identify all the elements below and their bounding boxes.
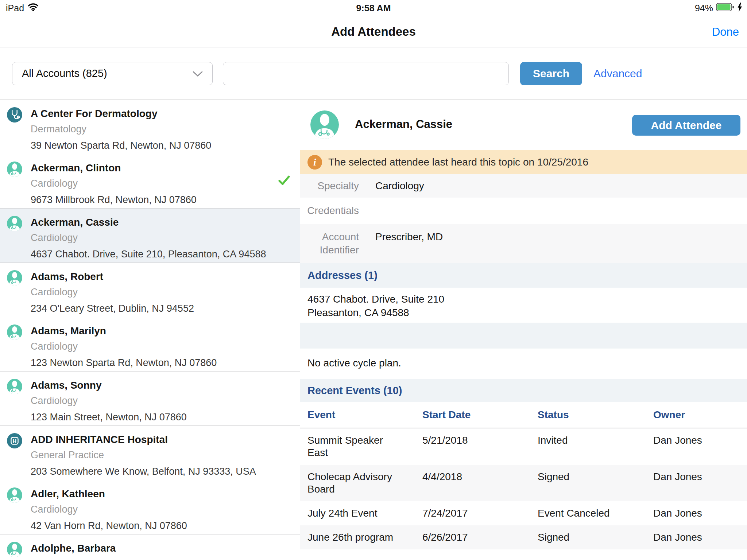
done-button[interactable]: Done: [712, 26, 739, 39]
account-identifier-label: Account Identifier: [300, 230, 359, 257]
col-status: Status: [538, 409, 653, 421]
account-specialty: Cardiology: [31, 341, 267, 352]
account-row-ackerman-cassie[interactable]: Ackerman, Cassie Cardiology 4637 Chabot.…: [0, 209, 300, 263]
banner-text: The selected attendee last heard this to…: [328, 156, 588, 168]
account-row-adler-kathleen[interactable]: Adler, Kathleen Cardiology 42 Van Horn R…: [0, 480, 300, 534]
account-list[interactable]: A Center For Dermatology Dermatology 39 …: [0, 100, 300, 560]
addresses-section-header: Addresses (1): [300, 263, 747, 288]
search-button[interactable]: Search: [520, 62, 582, 85]
advanced-link[interactable]: Advanced: [593, 67, 642, 80]
account-row-adolphe-barbara[interactable]: Adolphe, Barbara: [0, 534, 300, 560]
address-line-1: 4637 Chabot. Drive, Suite 210: [307, 292, 747, 306]
account-specialty: General Practice: [31, 449, 267, 461]
account-name: Ackerman, Clinton: [31, 162, 267, 174]
account-specialty: Dermatology: [31, 123, 267, 135]
event-row-summit-speaker-east[interactable]: Summit Speaker East 5/21/2018 Invited Da…: [300, 428, 747, 465]
recent-events-section-header: Recent Events (10): [300, 379, 747, 402]
status-bar: iPad 9:58 AM 94%: [0, 0, 747, 16]
doctor-avatar-icon: [310, 110, 339, 139]
clock: 9:58 AM: [0, 3, 747, 13]
account-specialty: Cardiology: [31, 503, 267, 515]
field-row-credentials: Credentials: [300, 198, 747, 224]
event-start-date: 5/21/2018: [422, 434, 538, 459]
account-identifier-value: Prescriber, MD: [375, 230, 443, 244]
field-row-account-identifier: Account Identifier Prescriber, MD: [300, 224, 747, 263]
event-name: June 26th program: [307, 531, 397, 544]
address-block: 4637 Chabot. Drive, Suite 210 Pleasanton…: [300, 288, 747, 323]
doctor-avatar-icon: [7, 324, 22, 340]
event-name: July 24th Event: [307, 507, 397, 520]
event-owner: Dan Jones: [653, 531, 747, 544]
event-status: Invited: [538, 434, 653, 459]
col-owner: Owner: [653, 409, 747, 421]
doctor-avatar-icon: [7, 542, 22, 557]
info-icon: i: [307, 155, 322, 170]
event-owner: Dan Jones: [653, 471, 747, 495]
event-name: Cholecap Advisory Board: [307, 471, 397, 495]
account-filter-label: All Accounts (825): [22, 67, 107, 79]
account-row-a-center-for-dermatology[interactable]: A Center For Dermatology Dermatology 39 …: [0, 100, 300, 154]
topic-info-banner: i The selected attendee last heard this …: [300, 150, 747, 174]
account-row-ackerman-clinton[interactable]: Ackerman, Clinton Cardiology 9673 Millbr…: [0, 154, 300, 209]
account-address: 203 Somewhere We Know, Belfont, NJ 93333…: [31, 466, 267, 477]
specialty-label: Specialty: [300, 179, 359, 192]
credentials-label: Credentials: [300, 204, 359, 217]
account-address: 123 Main Street, Newton, NJ 07860: [31, 411, 267, 423]
account-name: A Center For Dermatology: [31, 108, 267, 120]
event-status: Signed: [538, 471, 653, 495]
svg-text:H: H: [13, 438, 16, 444]
nav-bar: Add Attendees Done: [0, 16, 747, 47]
cycle-plan-text: No active cycle plan.: [300, 349, 747, 379]
event-status: Signed: [538, 531, 653, 544]
account-address: 42 Van Horn Rd, Newton, NJ 07860: [31, 520, 267, 532]
account-row-adams-robert[interactable]: Adams, Robert Cardiology 234 O'Leary Str…: [0, 263, 300, 317]
doctor-avatar-icon: [7, 379, 22, 394]
event-row-cholecap-advisory-board[interactable]: Cholecap Advisory Board 4/4/2018 Signed …: [300, 465, 747, 501]
doctor-avatar-icon: [7, 487, 22, 503]
account-name: Adams, Robert: [31, 271, 267, 283]
search-input[interactable]: [223, 62, 509, 85]
account-address: 234 O'Leary Street, Dublin, NJ 94552: [31, 303, 267, 314]
battery-percent: 94%: [695, 3, 713, 13]
col-event: Event: [307, 409, 422, 421]
hospital-icon: H: [7, 433, 22, 448]
col-start-date: Start Date: [422, 409, 538, 421]
account-specialty: Cardiology: [31, 395, 267, 407]
account-name: Ackerman, Cassie: [31, 216, 267, 229]
field-row-specialty: Specialty Cardiology: [300, 174, 747, 198]
account-name: Adams, Sonny: [31, 379, 267, 392]
charging-bolt-icon: [737, 3, 743, 14]
account-name: Adler, Kathleen: [31, 488, 267, 500]
account-row-adams-sonny[interactable]: Adams, Sonny Cardiology 123 Main Street,…: [0, 372, 300, 426]
account-specialty: Cardiology: [31, 286, 267, 298]
account-row-add-inheritance-hospital[interactable]: H ADD INHERITANCE Hospital General Pract…: [0, 426, 300, 480]
account-name: Adams, Marilyn: [31, 325, 267, 337]
check-icon: [278, 175, 290, 187]
attendee-detail-panel[interactable]: Ackerman, Cassie Add Attendee i The sele…: [300, 100, 747, 560]
account-address: 4637 Chabot. Drive, Suite 210, Pleasanto…: [31, 248, 267, 260]
event-owner: Dan Jones: [653, 434, 747, 459]
event-status: Event Canceled: [538, 507, 653, 520]
battery-icon: [716, 3, 734, 13]
event-start-date: 7/24/2017: [422, 507, 538, 520]
cycle-plans-section-band: [300, 323, 747, 349]
account-address: 39 Newton Sparta Rd, Newton, NJ 07860: [31, 140, 267, 151]
account-specialty: Cardiology: [31, 232, 267, 244]
account-name: Adolphe, Barbara: [31, 542, 267, 555]
stethoscope-icon: [7, 107, 22, 122]
event-start-date: 6/26/2017: [422, 531, 538, 544]
add-attendee-button[interactable]: Add Attendee: [632, 115, 740, 136]
doctor-avatar-icon: [7, 162, 22, 177]
event-row-june-26th-program[interactable]: June 26th program 6/26/2017 Signed Dan J…: [300, 525, 747, 549]
account-filter-dropdown[interactable]: All Accounts (825): [12, 62, 213, 85]
attendee-name: Ackerman, Cassie: [355, 118, 452, 131]
account-specialty: Cardiology: [31, 178, 267, 189]
account-row-adams-marilyn[interactable]: Adams, Marilyn Cardiology 123 Newton Spa…: [0, 317, 300, 372]
specialty-value: Cardiology: [375, 179, 424, 192]
account-name: ADD INHERITANCE Hospital: [31, 433, 267, 446]
account-address: 123 Newton Sparta Rd, Newton, NJ 07860: [31, 357, 267, 369]
event-name: Summit Speaker East: [307, 434, 397, 459]
doctor-avatar-icon: [7, 270, 22, 285]
doctor-avatar-icon: [7, 216, 22, 231]
event-row-july-24th-event[interactable]: July 24th Event 7/24/2017 Event Canceled…: [300, 501, 747, 525]
